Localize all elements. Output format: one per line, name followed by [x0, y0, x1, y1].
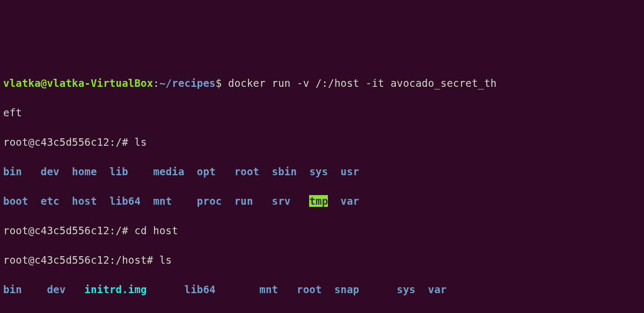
- cmd-docker-run: docker run -v /:/host -it avocado_secret…: [228, 77, 496, 89]
- dir-bin2: bin: [3, 284, 22, 295]
- ls-root-row2: boot etc host lib64 mnt proc run srv tmp…: [3, 194, 641, 209]
- dir-var2: var: [428, 284, 447, 295]
- dir-lib: lib: [109, 166, 128, 177]
- terminal[interactable]: vlatka@vlatka-VirtualBox:~/recipes$ dock…: [3, 61, 641, 313]
- dir-mnt: mnt: [153, 195, 172, 207]
- prompt-root: root@c43c5d556c12:/#: [3, 136, 134, 148]
- link-initrd: initrd.img: [84, 284, 147, 295]
- dir-home: home: [72, 166, 97, 177]
- dir-boot: boot: [3, 195, 28, 207]
- line-ls-host: root@c43c5d556c12:/host# ls: [3, 253, 641, 268]
- prompt-host: root@c43c5d556c12:/host#: [3, 254, 159, 266]
- dir-root2: root: [297, 284, 322, 295]
- cmd-docker-run-wrap: eft: [3, 107, 22, 118]
- cmd-ls2: ls: [159, 254, 172, 266]
- dir-opt: opt: [197, 166, 216, 177]
- dir-dev: dev: [41, 166, 60, 177]
- dir-media: media: [153, 166, 184, 177]
- user-host: vlatka@vlatka-VirtualBox: [3, 77, 153, 89]
- dir-sbin: sbin: [272, 166, 297, 177]
- dir-sys: sys: [309, 166, 328, 177]
- cmd-ls: ls: [134, 136, 147, 148]
- dir-etc: etc: [41, 195, 60, 207]
- dir-sys2: sys: [397, 284, 415, 295]
- dir-mnt2: mnt: [259, 284, 278, 295]
- line-cd-host: root@c43c5d556c12:/# cd host: [3, 223, 641, 239]
- cmd-cd-host: cd host: [134, 225, 178, 236]
- dir-tmp: tmp: [309, 195, 328, 207]
- dir-root: root: [235, 166, 260, 177]
- ls-host-row1: bin dev initrd.img lib64 mnt root snap s…: [3, 282, 641, 297]
- colon: :: [153, 77, 159, 89]
- dir-host: host: [72, 195, 97, 207]
- dir-snap: snap: [334, 284, 360, 295]
- cwd-path: ~/recipes: [159, 77, 216, 89]
- dir-run: run: [235, 195, 253, 207]
- prompt-root2: root@c43c5d556c12:/#: [3, 225, 134, 236]
- line-ls-root: root@c43c5d556c12:/# ls: [3, 135, 641, 150]
- line-initial-prompt: vlatka@vlatka-VirtualBox:~/recipes$ dock…: [3, 76, 641, 91]
- dir-var: var: [341, 195, 360, 207]
- dir-dev2: dev: [47, 284, 65, 295]
- dir-lib64: lib64: [109, 195, 141, 207]
- line-wrap-cont: eft: [3, 106, 641, 121]
- dir-usr: usr: [341, 166, 360, 177]
- dir-bin: bin: [3, 166, 22, 177]
- dir-lib64b: lib64: [185, 284, 216, 295]
- dir-proc: proc: [197, 195, 222, 207]
- dollar: $: [216, 77, 228, 89]
- ls-root-row1: bin dev home lib media opt root sbin sys…: [3, 165, 641, 180]
- dir-srv: srv: [272, 195, 291, 207]
